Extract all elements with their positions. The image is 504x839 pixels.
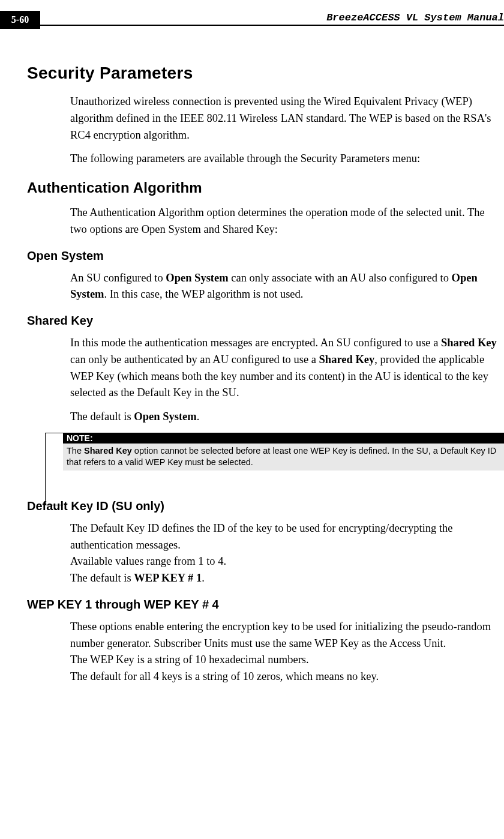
note-body: The Shared Key option cannot be selected… [63, 444, 504, 471]
text: The Default Key ID defines the ID of the… [70, 522, 453, 551]
note-callout: NOTE: The Shared Key option cannot be se… [27, 433, 504, 471]
text: The default is [70, 572, 134, 584]
text: can only be authenticated by an AU confi… [70, 353, 319, 365]
text: These options enable entering the encryp… [70, 621, 491, 649]
heading-wep-keys: WEP KEY 1 through WEP KEY # 4 [27, 598, 504, 612]
text: . In this case, the WEP algorithm is not… [104, 288, 304, 300]
note-box: NOTE: The Shared Key option cannot be se… [63, 433, 504, 471]
text: The default for all 4 keys is a string o… [70, 670, 379, 682]
bold-text: WEP KEY # 1 [134, 572, 202, 584]
text: An SU configured to [70, 272, 166, 284]
heading-open-system: Open System [27, 249, 504, 263]
paragraph-wep-keys: These options enable entering the encryp… [70, 619, 504, 685]
text: . [197, 410, 200, 423]
paragraph-auth: The Authentication Algorithm option dete… [70, 205, 504, 238]
bold-text: Open System [134, 410, 196, 423]
text: The default is [70, 410, 134, 423]
note-label: NOTE: [63, 433, 504, 444]
text: In this mode the authentication messages… [70, 337, 441, 349]
page-number-box: 5-60 [0, 11, 40, 29]
page-header: 5-60 BreezeACCESS VL System Manual [0, 11, 504, 29]
text: The [67, 446, 84, 456]
paragraph-default-open: The default is Open System. [70, 409, 504, 426]
heading-default-key-id: Default Key ID (SU only) [27, 499, 504, 513]
text: Available values range from 1 to 4. [70, 555, 226, 567]
bold-text: Open System [166, 272, 228, 284]
note-connector-line [45, 433, 46, 505]
bold-text: Shared Key [84, 446, 132, 456]
document-title: BreezeACCESS VL System Manual [40, 11, 504, 26]
text: can only associate with an AU also confi… [229, 272, 452, 284]
page-content: Security Parameters Unauthorized wireles… [0, 29, 504, 685]
heading-security-parameters: Security Parameters [27, 64, 504, 83]
heading-authentication-algorithm: Authentication Algorithm [27, 179, 504, 196]
text: . [202, 572, 205, 584]
page-number: 5-60 [11, 14, 29, 25]
paragraph-intro-2: The following parameters are available t… [70, 151, 504, 167]
note-connector-line [45, 505, 63, 505]
paragraph-default-key: The Default Key ID defines the ID of the… [70, 520, 504, 587]
heading-shared-key: Shared Key [27, 314, 504, 328]
paragraph-open-system: An SU configured to Open System can only… [70, 270, 504, 304]
bold-text: Shared Key [441, 337, 497, 349]
text: The WEP Key is a string of 10 hexadecima… [70, 654, 309, 666]
note-connector-line [45, 433, 63, 433]
paragraph-shared-key: In this mode the authentication messages… [70, 335, 504, 401]
paragraph-intro-1: Unauthorized wireless connection is prev… [70, 94, 504, 143]
bold-text: Shared Key [319, 353, 375, 365]
